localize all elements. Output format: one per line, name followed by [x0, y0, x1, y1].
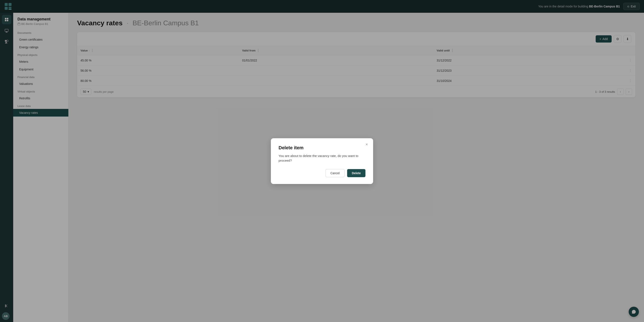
- modal-body: You are about to delete the vacancy rate…: [278, 154, 366, 163]
- modal-close-button[interactable]: ×: [364, 142, 370, 148]
- modal-actions: Cancel Delete: [278, 169, 366, 177]
- delete-button[interactable]: Delete: [347, 169, 366, 177]
- modal-overlay[interactable]: × Delete item You are about to delete th…: [0, 0, 644, 322]
- modal-title: Delete item: [278, 145, 366, 151]
- close-icon: ×: [366, 142, 368, 147]
- cancel-button[interactable]: Cancel: [326, 169, 344, 177]
- delete-modal: × Delete item You are about to delete th…: [271, 138, 373, 184]
